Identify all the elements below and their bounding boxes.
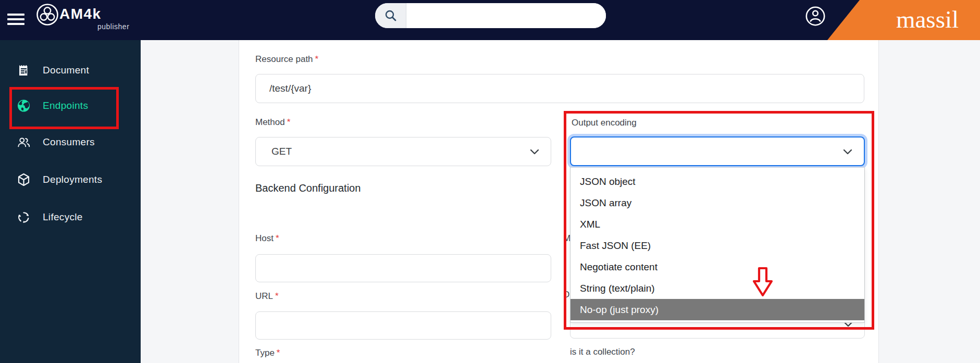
dropdown-option-no-op[interactable]: No-op (just proxy) — [570, 299, 864, 320]
resource-path-input[interactable]: /test/{var} — [255, 74, 864, 103]
lifecycle-icon — [17, 211, 30, 224]
sidebar-item-label: Endpoints — [43, 100, 88, 111]
search-icon — [384, 9, 398, 22]
am4k-logo-icon — [35, 3, 59, 27]
top-header: AM4k publisher massil — [0, 0, 980, 40]
search-bar[interactable] — [375, 3, 606, 28]
sidebar-nav: Document Endpoints — [0, 40, 141, 363]
sidebar-item-label: Lifecycle — [43, 211, 83, 223]
dropdown-option-json-array[interactable]: JSON array — [570, 192, 864, 214]
sidebar-item-endpoints[interactable]: Endpoints — [0, 94, 141, 117]
sidebar-item-label: Consumers — [43, 136, 95, 148]
people-icon — [17, 136, 30, 149]
sidebar-item-label: Deployments — [43, 174, 102, 185]
required-asterisk: * — [275, 291, 279, 301]
sidebar-item-deployments[interactable]: Deployments — [0, 168, 141, 191]
account-icon[interactable] — [805, 6, 826, 27]
sidebar-item-lifecycle[interactable]: Lifecycle — [0, 206, 141, 229]
dropdown-option-string[interactable]: String (text/plain) — [570, 278, 864, 299]
search-icon-segment[interactable] — [375, 3, 406, 28]
output-encoding-dropdown: JSON object JSON array XML Fast JSON (EE… — [570, 167, 865, 323]
output-encoding-select[interactable] — [570, 136, 865, 166]
app-window: AM4k publisher massil — [0, 0, 980, 363]
host-label: Host* — [255, 233, 279, 244]
logo-subtext: publisher — [97, 22, 129, 31]
method-select[interactable]: GET — [255, 137, 551, 166]
brand-ribbon-text: massil — [880, 1, 974, 38]
dropdown-option-negotiate[interactable]: Negotiate content — [570, 256, 864, 278]
search-input[interactable] — [406, 3, 606, 28]
resource-path-label: Resource path* — [255, 54, 318, 65]
sidebar-item-consumers[interactable]: Consumers — [0, 131, 141, 154]
required-asterisk: * — [276, 233, 279, 243]
chevron-down-icon — [843, 149, 852, 155]
backend-configuration-heading: Backend Configuration — [255, 182, 361, 194]
dropdown-option-xml[interactable]: XML — [570, 214, 864, 235]
hamburger-menu-icon[interactable] — [7, 11, 25, 28]
document-icon — [17, 64, 30, 77]
hidden-label-d: D — [563, 290, 569, 300]
collection-question-label: is it a collection? — [570, 347, 635, 357]
required-asterisk: * — [287, 117, 291, 127]
chevron-down-icon — [530, 149, 539, 155]
output-encoding-label: Output encoding — [572, 118, 637, 128]
method-label: Method* — [255, 117, 290, 128]
required-asterisk: * — [277, 348, 280, 358]
sidebar-item-document[interactable]: Document — [0, 59, 141, 82]
type-label: Type* — [255, 348, 280, 358]
dropdown-option-json-object[interactable]: JSON object — [570, 171, 864, 192]
globe-icon — [17, 99, 30, 112]
logo-text: AM4k — [59, 6, 102, 22]
required-asterisk: * — [315, 54, 319, 64]
url-input[interactable] — [255, 311, 551, 340]
dropdown-option-fast-json[interactable]: Fast JSON (EE) — [570, 235, 864, 256]
sidebar-item-label: Document — [43, 65, 89, 76]
host-input[interactable] — [255, 254, 551, 282]
url-label: URL* — [255, 291, 279, 302]
cube-icon — [17, 173, 30, 186]
